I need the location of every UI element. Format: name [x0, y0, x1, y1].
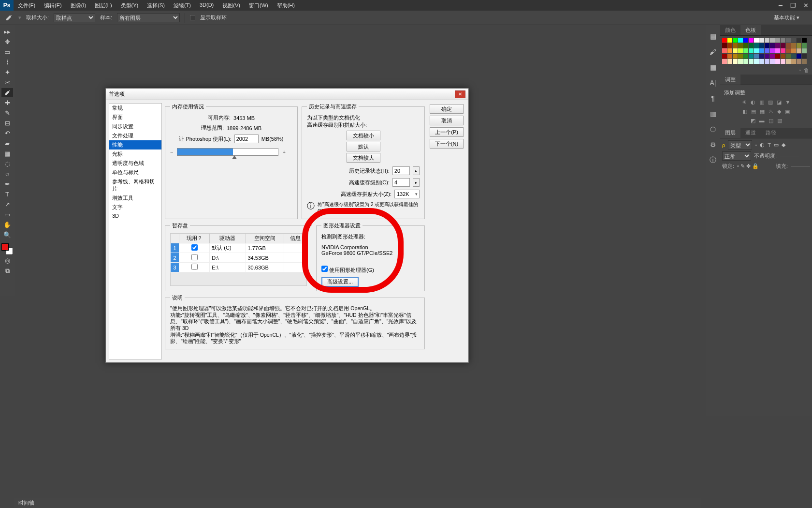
swatch-cell[interactable] — [781, 48, 785, 53]
type-tool[interactable]: T — [1, 190, 13, 199]
swatch-cell[interactable] — [759, 48, 764, 53]
next-button[interactable]: 下一个(N) — [430, 139, 464, 149]
swatch-cell[interactable] — [722, 38, 727, 43]
swatch-cell[interactable] — [754, 54, 759, 59]
new-swatch-icon[interactable]: ▫ — [799, 67, 801, 74]
category-item[interactable]: 同步设置 — [109, 122, 161, 131]
slider-minus[interactable]: − — [170, 149, 173, 155]
handle-icon[interactable]: ▸▸ — [1, 27, 13, 36]
sample-select[interactable]: 所有图层 — [117, 13, 180, 22]
swatch-cell[interactable] — [770, 38, 775, 43]
tile-size-select[interactable]: 132K — [394, 190, 420, 198]
swatch-cell[interactable] — [791, 48, 796, 53]
swatch-cell[interactable] — [781, 38, 785, 43]
swatch-cell[interactable] — [775, 48, 780, 53]
swatch-cell[interactable] — [749, 38, 754, 43]
swatch-cell[interactable] — [754, 38, 759, 43]
category-item[interactable]: 3D — [109, 212, 161, 220]
category-item[interactable]: 界面 — [109, 113, 161, 122]
wand-tool[interactable]: ✦ — [1, 68, 13, 77]
swatch-cell[interactable] — [775, 59, 780, 64]
swatch-cell[interactable] — [791, 38, 796, 43]
swatch-cell[interactable] — [754, 59, 759, 64]
table-row[interactable]: 3E:\30.63GB — [171, 263, 307, 272]
close-button[interactable]: ✕ — [799, 0, 812, 10]
gradient-tool[interactable]: ▦ — [1, 149, 13, 158]
para-panel-icon[interactable]: ¶ — [708, 93, 718, 104]
swatch-cell[interactable] — [765, 59, 769, 64]
swatch-cell[interactable] — [738, 54, 743, 59]
pen-tool[interactable]: ✒ — [1, 179, 13, 189]
swatch-cell[interactable] — [786, 43, 791, 48]
swatch-cell[interactable] — [759, 54, 764, 59]
swatch-cell[interactable] — [765, 43, 769, 48]
3d-panel-icon[interactable]: ⬡ — [708, 124, 718, 134]
heal-tool[interactable]: ✚ — [1, 98, 13, 107]
category-item[interactable]: 常规 — [109, 104, 161, 113]
swatch-cell[interactable] — [727, 54, 732, 59]
channels-tab[interactable]: 通道 — [740, 128, 761, 138]
swatch-cell[interactable] — [759, 38, 764, 43]
doc-default-button[interactable]: 默认 — [347, 142, 380, 151]
swatch-cell[interactable] — [797, 48, 801, 53]
swatch-cell[interactable] — [749, 43, 754, 48]
workspace-switcher[interactable]: 基本功能 ▾ — [765, 13, 808, 23]
swatch-cell[interactable] — [802, 38, 807, 43]
swatch-cell[interactable] — [722, 59, 727, 64]
screenmode-icon[interactable]: ⧉ — [1, 266, 13, 275]
dialog-close-button[interactable]: ✕ — [455, 90, 465, 98]
swatch-cell[interactable] — [791, 59, 796, 64]
swatch-cell[interactable] — [781, 59, 785, 64]
swatches-grid[interactable] — [720, 36, 812, 66]
swatch-cell[interactable] — [786, 59, 791, 64]
swatch-cell[interactable] — [802, 48, 807, 53]
menu-item[interactable]: 类型(Y) — [116, 0, 143, 11]
memory-slider[interactable] — [177, 148, 278, 156]
eraser-tool[interactable]: ▰ — [1, 139, 13, 148]
sample-size-select[interactable]: 取样点 — [54, 13, 95, 22]
swatch-cell[interactable] — [802, 54, 807, 59]
swatch-cell[interactable] — [733, 38, 738, 43]
swatch-cell[interactable] — [738, 38, 743, 43]
swatch-cell[interactable] — [775, 54, 780, 59]
history-states-input[interactable] — [392, 166, 410, 175]
swatch-cell[interactable] — [722, 48, 727, 53]
swatch-cell[interactable] — [733, 43, 738, 48]
swatch-cell[interactable] — [749, 59, 754, 64]
path-select-tool[interactable]: ↗ — [1, 200, 13, 209]
swatch-cell[interactable] — [802, 43, 807, 48]
doc-small-button[interactable]: 文档较小 — [347, 131, 380, 140]
swatch-cell[interactable] — [722, 54, 727, 59]
marquee-tool[interactable]: ▭ — [1, 47, 13, 57]
layer-filter-select[interactable]: 类型 — [728, 140, 752, 149]
crop-tool[interactable]: ✂ — [1, 78, 13, 87]
prev-button[interactable]: 上一个(P) — [430, 127, 464, 137]
hand-tool[interactable]: ✋ — [1, 220, 13, 229]
menu-item[interactable]: 窗口(W) — [245, 0, 273, 11]
swatch-cell[interactable] — [743, 54, 748, 59]
char-panel-icon[interactable]: A| — [708, 77, 718, 88]
swatch-cell[interactable] — [727, 38, 732, 43]
cancel-button[interactable]: 取消 — [430, 116, 464, 125]
swatch-cell[interactable] — [754, 43, 759, 48]
swatch-cell[interactable] — [759, 59, 764, 64]
blur-tool[interactable]: ◌ — [1, 159, 13, 168]
menu-item[interactable]: 文件(F) — [14, 0, 40, 11]
category-item[interactable]: 性能 — [109, 140, 161, 149]
swatch-cell[interactable] — [759, 43, 764, 48]
swatches-panel-tab[interactable]: 色板 — [740, 25, 761, 35]
menu-item[interactable]: 图像(I) — [66, 0, 90, 11]
swatch-cell[interactable] — [743, 38, 748, 43]
menu-item[interactable]: 图层(L) — [90, 0, 116, 11]
category-item[interactable]: 光标 — [109, 149, 161, 159]
swatch-cell[interactable] — [765, 38, 769, 43]
swatch-cell[interactable] — [791, 43, 796, 48]
swatch-cell[interactable] — [743, 48, 748, 53]
zoom-tool[interactable]: 🔍 — [1, 230, 13, 239]
color-panel-tab[interactable]: 颜色 — [720, 25, 740, 35]
cache-levels-input[interactable] — [392, 178, 410, 187]
swatch-cell[interactable] — [797, 54, 801, 59]
swatch-cell[interactable] — [749, 54, 754, 59]
history-brush-tool[interactable]: ↶ — [1, 129, 13, 138]
layers-tab[interactable]: 图层 — [720, 128, 740, 138]
